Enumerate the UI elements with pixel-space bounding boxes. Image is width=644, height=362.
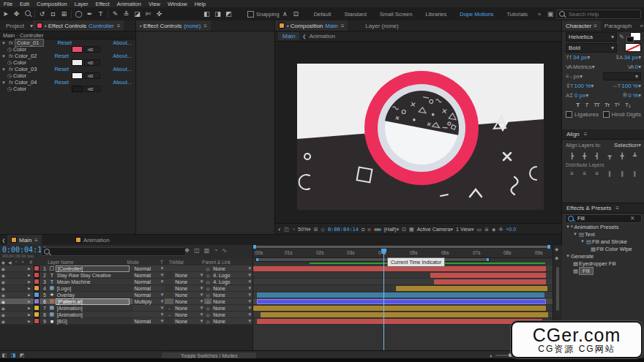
mask-visibility-icon[interactable]: ◇	[321, 227, 325, 233]
pickwhip-icon[interactable]: ◎	[204, 286, 211, 291]
panel-menu-icon[interactable]: ≡	[117, 23, 121, 29]
workspace-default[interactable]: Default	[307, 11, 338, 18]
snapshot-icon[interactable]: ◘	[362, 227, 364, 232]
faux-italic-button[interactable]: T	[585, 102, 588, 108]
tab-timeline-animation[interactable]: Animation	[75, 237, 110, 244]
breadcrumb-current[interactable]: Main	[278, 32, 299, 40]
align-to-select[interactable]: Selection ▾	[614, 142, 641, 148]
label-swatch[interactable]	[34, 312, 40, 317]
layer-name[interactable]: Overlay	[56, 293, 130, 298]
workspace-overflow-icon[interactable]: »	[534, 11, 544, 18]
number-column-header[interactable]: #	[26, 260, 36, 265]
frame-blend-icon[interactable]: ▥	[204, 247, 210, 254]
label-swatch[interactable]	[34, 298, 40, 304]
roi-icon[interactable]: ⊡	[402, 227, 406, 233]
t-switch[interactable]: -	[165, 312, 173, 317]
clone-stamp-tool-icon[interactable]: ≙	[121, 10, 132, 18]
align-right-button[interactable]: ┫	[592, 153, 602, 159]
label-swatch[interactable]	[34, 285, 40, 291]
align-bottom-button[interactable]: ┻	[630, 153, 640, 159]
label-swatch[interactable]	[34, 305, 40, 311]
menu-view[interactable]: View	[145, 1, 164, 7]
eye-icon[interactable]: ◉	[0, 306, 7, 311]
snap-angle-icon[interactable]: ∧	[280, 10, 291, 18]
label-swatch[interactable]	[34, 265, 40, 271]
brush-tool-icon[interactable]: ✎	[110, 10, 121, 18]
tree-item-fill[interactable]: ▦ Fill	[562, 267, 644, 274]
workspace-libraries[interactable]: Libraries	[419, 11, 453, 18]
stopwatch-icon[interactable]: ◷	[6, 72, 13, 79]
tab-composition[interactable]: ▪ Composition Main ≡	[275, 20, 348, 31]
comp-button-icon[interactable]: ◈	[555, 255, 558, 261]
eyedropper-icon[interactable]: ⊲≡	[84, 59, 100, 66]
parent-select[interactable]: None▾	[211, 305, 252, 311]
layer-name[interactable]: [Animation]	[56, 312, 130, 317]
menu-composition[interactable]: Composition	[33, 1, 71, 7]
layer-name[interactable]: [Controller]	[56, 265, 130, 272]
color-swatch[interactable]	[72, 86, 83, 92]
about-link[interactable]: About...	[113, 39, 132, 46]
always-preview-icon[interactable]: ◐	[278, 227, 281, 232]
eraser-tool-icon[interactable]: ◪	[132, 10, 143, 18]
twirl-icon[interactable]: ▶	[26, 273, 32, 277]
view-layout-select[interactable]: 1 View ▾	[456, 227, 473, 233]
trkmat-select[interactable]: None▾	[173, 272, 204, 278]
t-column-header[interactable]: T	[160, 260, 169, 265]
color-swatch[interactable]	[72, 46, 83, 53]
pen-tool-icon[interactable]: ✒	[84, 10, 95, 18]
table-row[interactable]: ◉ ▶ 4 ▦ [Logo] Normal None▾ ◎ None▾	[0, 285, 252, 292]
workspace-panel-icon[interactable]: ▣	[544, 10, 556, 18]
composition-canvas[interactable]	[297, 64, 544, 210]
ligatures-checkbox-group[interactable]: Ligatures	[566, 111, 599, 118]
mode-select[interactable]: Normal	[132, 285, 165, 291]
camera-tool-icon[interactable]: ◘	[48, 10, 59, 18]
reset-exposure-icon[interactable]: ✣	[498, 227, 503, 233]
eye-icon[interactable]: ◉	[0, 299, 7, 304]
mode-select[interactable]: Multiply▾	[132, 298, 165, 304]
lock-icon[interactable]: ▪	[45, 23, 47, 29]
puppet-pin-tool-icon[interactable]: ✜	[154, 10, 165, 18]
color-swatch[interactable]	[72, 72, 83, 79]
tree-item-generate[interactable]: ▼ Generate	[562, 252, 644, 260]
eye-icon[interactable]: ◉	[0, 266, 7, 271]
snapping-checkbox[interactable]	[247, 11, 254, 18]
effect-name[interactable]: Color_04	[15, 79, 37, 86]
lock-column-icon[interactable]: ▪	[20, 260, 26, 264]
channels-icon[interactable]	[374, 228, 381, 231]
eye-icon[interactable]: ◉	[0, 273, 7, 278]
layer-name[interactable]: [Animation]	[56, 306, 130, 311]
label-swatch[interactable]	[34, 272, 40, 278]
parent-select[interactable]: None▾	[211, 312, 252, 317]
expand-inout-icon[interactable]: ◩	[18, 352, 26, 358]
effect-name[interactable]: Color_03	[15, 66, 37, 72]
rotate-tool-icon[interactable]: ↺	[37, 10, 48, 18]
table-row-selected[interactable]: ◉ ▶ 6 ▨ [Pattern.ai] Multiply▾ None▾ ◎ N…	[0, 298, 252, 305]
zoom-tool-icon[interactable]	[22, 10, 33, 18]
layer-bar[interactable]	[253, 266, 546, 271]
panel-overflow-icon[interactable]: »	[640, 23, 643, 29]
expand-layer-switches-icon[interactable]: ◧	[0, 352, 9, 358]
parent-select[interactable]: None▾	[211, 265, 252, 271]
effect-group-row[interactable]: ▼ fx Color_02 Reset About...	[0, 53, 135, 59]
twirl-icon[interactable]: ▼	[0, 67, 7, 72]
font-size-control[interactable]: TT 34 px ▾	[566, 54, 590, 61]
table-row[interactable]: ◉ ▶ 9 ■ [BG] Normal▾ None▾ ◎ None▾	[0, 318, 252, 325]
workspace-dope-motions[interactable]: Dope Motions	[453, 11, 500, 18]
tab-layer[interactable]: Layer (none)	[365, 23, 398, 29]
trkmat-select[interactable]: None▾	[173, 312, 204, 317]
pixel-aspect-icon[interactable]: ▭	[476, 227, 482, 233]
workspace-standard[interactable]: Standard	[337, 11, 372, 18]
magnification-select[interactable]: 50% ▾	[298, 227, 311, 233]
twirl-icon[interactable]: ▼	[0, 41, 7, 45]
menu-help[interactable]: Help	[191, 1, 209, 7]
pan-behind-tool-icon[interactable]: ⊞	[59, 10, 70, 18]
effect-group-row[interactable]: ▼ fx Color_03 Reset About...	[0, 66, 135, 72]
effect-name[interactable]: Color_02	[15, 53, 37, 59]
eyedropper-icon[interactable]: ✎	[619, 34, 624, 40]
help-search-box[interactable]	[556, 10, 641, 19]
hindi-digits-checkbox[interactable]	[603, 111, 610, 118]
reset-link[interactable]: Reset	[57, 39, 72, 46]
t-switch[interactable]: -	[165, 306, 173, 311]
tree-item-eyedropper-fill[interactable]: ▦ Eyedropper Fill	[562, 260, 644, 267]
align-center-v-button[interactable]: ╋	[618, 153, 627, 159]
